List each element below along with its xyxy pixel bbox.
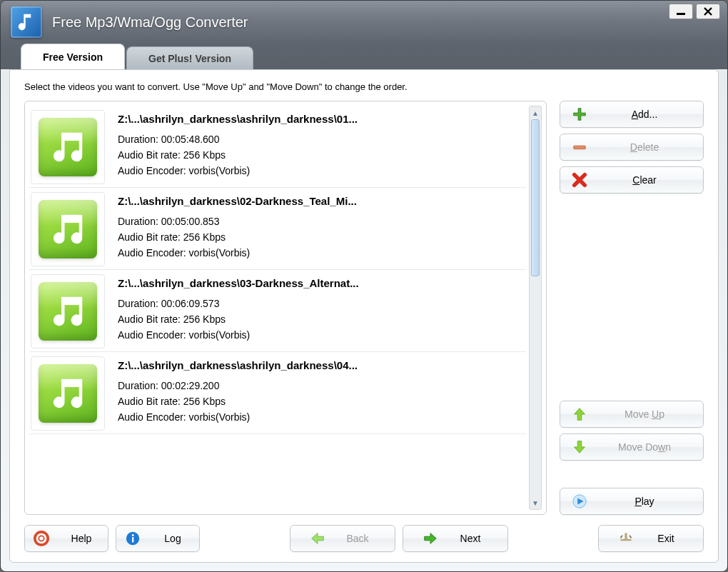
info-icon [125,531,141,546]
move-up-button[interactable]: Move Up [560,401,704,428]
next-button[interactable]: Next [403,525,508,552]
item-bitrate: Audio Bit rate: 256 Kbps [118,149,525,161]
item-path: Z:\...\ashrilyn_darkness\ashrilyn_darkne… [118,359,525,371]
log-button[interactable]: Log [116,525,200,552]
clear-button[interactable]: Clear [560,166,704,194]
music-icon [31,192,105,266]
next-label: Next [453,533,488,544]
tab-plus-version[interactable]: Get Plus! Version [126,46,253,69]
item-encoder: Audio Encoder: vorbis(Vorbis) [118,247,525,259]
item-encoder: Audio Encoder: vorbis(Vorbis) [118,411,525,423]
help-label: Help [64,533,99,544]
list-item[interactable]: Z:\...\ashrilyn_darkness\03-Darkness_Alt… [29,270,526,352]
scroll-thumb[interactable] [531,119,540,276]
svg-point-6 [132,534,134,536]
instruction-text: Select the videos you want to convert. U… [24,81,704,92]
item-duration: Duration: 00:06:09.573 [118,298,525,309]
item-path: Z:\...\ashrilyn_darkness\ashrilyn_darkne… [118,113,525,125]
play-button[interactable]: Play [560,488,704,515]
music-icon [31,110,105,184]
add-button[interactable]: Add... [560,101,704,128]
list-item[interactable]: Z:\...\ashrilyn_darkness\ashrilyn_darkne… [29,352,526,434]
tab-free-version[interactable]: Free Version [21,44,125,69]
arrow-up-icon [572,406,587,422]
move-down-label: Move Down [597,441,692,453]
minus-icon [572,139,587,155]
log-label: Log [155,533,191,544]
svg-rect-5 [132,537,133,542]
file-list-frame: Z:\...\ashrilyn_darkness\ashrilyn_darkne… [24,101,547,515]
exit-label: Exit [648,533,684,544]
scroll-up-arrow[interactable]: ▲ [530,106,541,119]
item-path: Z:\...\ashrilyn_darkness\02-Darkness_Tea… [118,195,525,207]
svg-rect-0 [574,146,586,149]
delete-button[interactable]: Delete [560,134,704,161]
content-panel: Select the videos you want to convert. U… [9,69,719,563]
scroll-track[interactable] [530,119,541,496]
list-item[interactable]: Z:\...\ashrilyn_darkness\02-Darkness_Tea… [29,188,526,270]
app-icon [11,6,42,38]
scroll-down-arrow[interactable]: ▼ [530,496,541,509]
exit-button[interactable]: Exit [598,525,704,552]
arrow-left-icon [310,531,325,546]
help-button[interactable]: Help [24,525,108,552]
item-bitrate: Audio Bit rate: 256 Kbps [118,396,525,407]
item-encoder: Audio Encoder: vorbis(Vorbis) [118,329,525,341]
svg-point-3 [39,536,44,541]
play-label: Play [597,496,692,507]
svg-rect-8 [621,539,632,541]
tab-strip: Free Version Get Plus! Version [1,42,727,69]
item-duration: Duration: 00:02:29.200 [118,380,525,391]
delete-label: Delete [597,141,692,153]
exit-icon [618,531,634,546]
arrow-right-icon [423,531,438,546]
item-encoder: Audio Encoder: vorbis(Vorbis) [118,165,525,176]
play-icon [572,493,587,509]
title-bar[interactable]: Free Mp3/Wma/Ogg Converter [1,1,727,44]
music-icon [31,356,105,431]
item-path: Z:\...\ashrilyn_darkness\03-Darkness_Alt… [118,277,525,289]
move-up-label: Move Up [597,408,692,420]
arrow-down-icon [572,439,587,455]
app-title: Free Mp3/Wma/Ogg Converter [52,14,717,31]
svg-rect-7 [625,533,627,540]
footer-bar: Help Log Back Next [24,525,704,552]
action-sidebar: Add... Delete Clear [560,101,704,515]
back-label: Back [340,533,375,544]
item-duration: Duration: 00:05:48.600 [118,134,525,145]
clear-label: Clear [597,174,692,186]
add-label: Add... [597,109,692,120]
music-icon [31,274,105,348]
back-button[interactable]: Back [290,525,395,552]
file-list[interactable]: Z:\...\ashrilyn_darkness\ashrilyn_darkne… [29,106,526,510]
list-item[interactable]: Z:\...\ashrilyn_darkness\ashrilyn_darkne… [29,106,526,188]
x-icon [572,172,587,188]
scrollbar[interactable]: ▲ ▼ [529,106,542,510]
move-down-button[interactable]: Move Down [560,433,704,461]
close-button[interactable] [696,4,720,19]
item-duration: Duration: 00:05:00.853 [118,216,525,227]
minimize-button[interactable] [669,4,693,19]
help-icon [34,531,49,546]
item-bitrate: Audio Bit rate: 256 Kbps [118,231,525,243]
item-bitrate: Audio Bit rate: 256 Kbps [118,313,525,325]
app-window: Free Mp3/Wma/Ogg Converter Free Version … [0,0,728,572]
plus-icon [572,106,587,122]
